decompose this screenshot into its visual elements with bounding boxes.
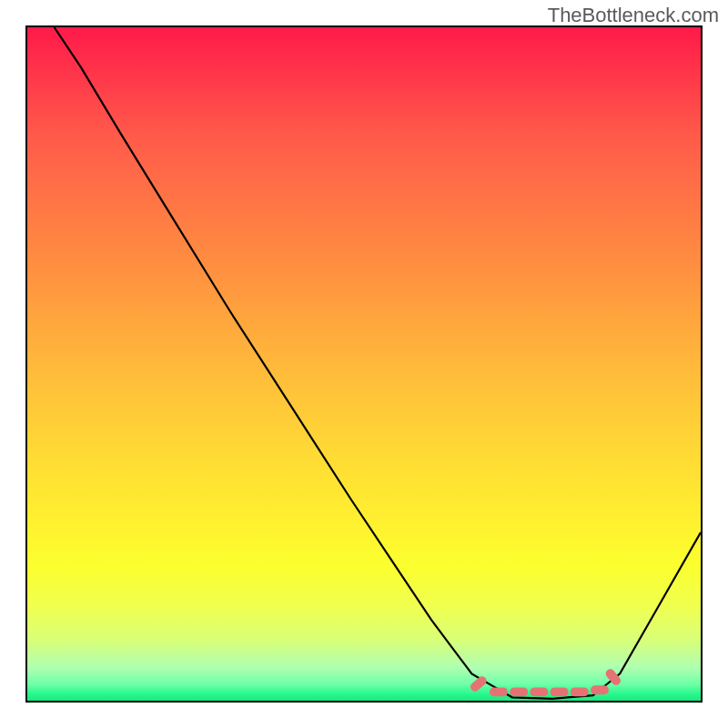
bottleneck-curve-line (55, 27, 701, 699)
optimal-range-dashes (469, 667, 622, 696)
optimal-dash (530, 687, 548, 696)
optimal-dash (510, 687, 528, 696)
watermark-text: TheBottleneck.com (548, 4, 719, 27)
optimal-dash (551, 687, 569, 696)
curve-overlay (27, 27, 701, 701)
chart-area (25, 25, 703, 703)
optimal-dash (591, 685, 609, 694)
optimal-dash (490, 687, 508, 696)
optimal-dash (571, 687, 589, 696)
